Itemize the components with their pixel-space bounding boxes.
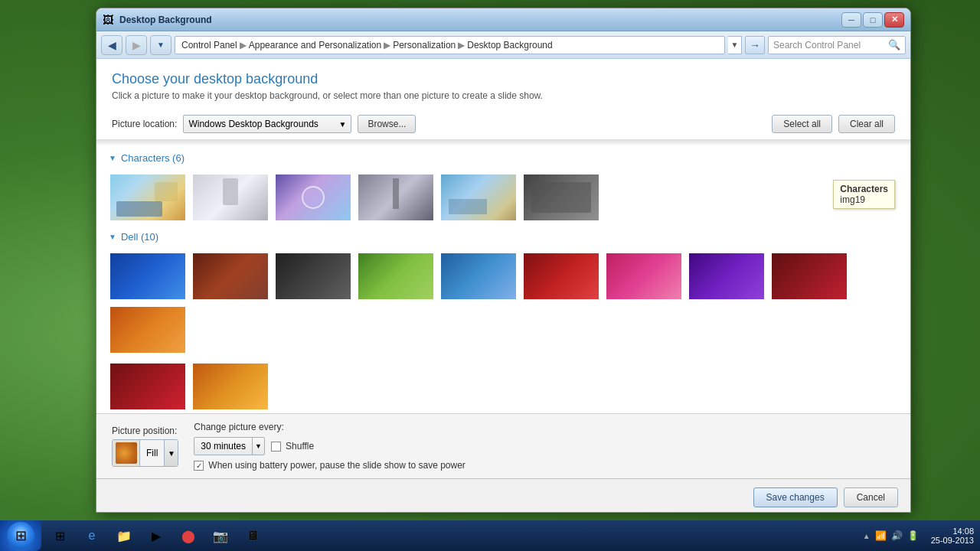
browse-button[interactable]: Browse... bbox=[358, 115, 416, 133]
characters-thumb-1[interactable] bbox=[109, 173, 187, 222]
image-scroll-area[interactable]: ▼ Characters (6) bbox=[96, 140, 910, 413]
dell-thumb-black[interactable] bbox=[274, 252, 352, 301]
taskbar-item-chrome[interactable]: ⬤ bbox=[173, 523, 204, 548]
search-placeholder: Search Control Panel bbox=[773, 40, 861, 51]
characters-img-6 bbox=[524, 174, 599, 220]
crumb-control-panel[interactable]: Control Panel bbox=[181, 40, 237, 51]
page-subtitle: Click a picture to make it your desktop … bbox=[112, 90, 895, 101]
taskbar-clock[interactable]: 14:08 25-09-2013 bbox=[925, 527, 980, 545]
interval-dropdown-arrow[interactable]: ▼ bbox=[252, 438, 264, 455]
crumb-personalization[interactable]: Personalization bbox=[393, 40, 456, 51]
dell-thumb-extra1[interactable] bbox=[109, 362, 187, 411]
cancel-button[interactable]: Cancel bbox=[844, 487, 898, 507]
search-icon[interactable]: 🔍 bbox=[888, 39, 900, 51]
scroll-top-fade bbox=[96, 140, 910, 146]
change-group: Change picture every: 30 minutes ▼ Shuff… bbox=[194, 422, 466, 471]
shuffle-label: Shuffle bbox=[286, 441, 314, 452]
characters-img-4 bbox=[358, 174, 433, 220]
interval-select-wrapper[interactable]: 30 minutes ▼ bbox=[194, 437, 265, 455]
taskbar-item-windows[interactable]: ⊞ bbox=[44, 523, 75, 548]
picture-location-label: Picture location: bbox=[112, 119, 177, 129]
titlebar-buttons: ─ □ ✕ bbox=[841, 12, 904, 28]
tray-arrow[interactable]: ▲ bbox=[863, 532, 871, 540]
dell-thumb-green[interactable] bbox=[357, 252, 435, 301]
characters-img-2 bbox=[193, 174, 268, 220]
position-value: Fill bbox=[140, 448, 164, 458]
category-dell-header: ▼ Dell (10) bbox=[109, 231, 898, 243]
start-orb: ⊞ bbox=[7, 522, 34, 549]
taskbar-item-files[interactable]: 📁 bbox=[109, 523, 139, 548]
position-dropdown-arrow[interactable]: ▼ bbox=[164, 440, 178, 466]
dell-thumb-purple[interactable] bbox=[688, 252, 766, 301]
separator-1: ▶ bbox=[240, 40, 247, 51]
battery-checkbox[interactable] bbox=[194, 461, 204, 471]
characters-img-1 bbox=[110, 174, 185, 220]
dell-thumb-darkred[interactable] bbox=[770, 252, 848, 301]
footer: Save changes Cancel bbox=[96, 478, 910, 513]
recent-pages-button[interactable]: ▼ bbox=[150, 35, 172, 55]
minimize-button[interactable]: ─ bbox=[841, 12, 861, 28]
picture-location-select[interactable]: Windows Desktop Backgrounds ▼ bbox=[183, 115, 351, 133]
select-all-button[interactable]: Select all bbox=[772, 115, 832, 133]
clear-all-button[interactable]: Clear all bbox=[838, 115, 895, 133]
category-dell: ▼ Dell (10) bbox=[96, 231, 910, 413]
window-icon: 🖼 bbox=[103, 14, 115, 26]
go-button[interactable]: → bbox=[745, 36, 765, 54]
tray-sound[interactable]: 🔊 bbox=[891, 530, 903, 541]
category-characters-arrow[interactable]: ▼ bbox=[109, 154, 116, 162]
dell-image-grid bbox=[109, 249, 898, 357]
dell-thumb-extra2[interactable] bbox=[191, 362, 270, 411]
taskbar-item-media[interactable]: ▶ bbox=[141, 523, 172, 548]
change-row: 30 minutes ▼ Shuffle bbox=[194, 437, 466, 455]
save-changes-button[interactable]: Save changes bbox=[753, 487, 838, 507]
back-button[interactable]: ◀ bbox=[101, 35, 122, 55]
tray-network[interactable]: 📶 bbox=[875, 530, 887, 541]
crumb-appearance[interactable]: Appearance and Personalization bbox=[249, 40, 381, 51]
dell-thumb-brown[interactable] bbox=[191, 252, 270, 301]
tray-battery[interactable]: 🔋 bbox=[907, 530, 919, 541]
dell-thumb-blue[interactable] bbox=[109, 252, 187, 301]
characters-thumb-3[interactable] bbox=[274, 173, 352, 222]
category-dell-name: Dell (10) bbox=[121, 231, 158, 243]
crumb-desktop-background[interactable]: Desktop Background bbox=[467, 40, 552, 51]
titlebar-title: Desktop Background bbox=[119, 15, 841, 25]
position-preview bbox=[113, 439, 140, 467]
dell-thumb-red[interactable] bbox=[522, 252, 600, 301]
characters-thumb-5[interactable] bbox=[439, 173, 518, 222]
characters-img-5 bbox=[441, 174, 516, 220]
characters-thumb-6[interactable] bbox=[522, 173, 600, 222]
picture-position-label: Picture position: bbox=[112, 425, 178, 436]
start-button[interactable]: ⊞ bbox=[0, 520, 41, 551]
search-box[interactable]: Search Control Panel 🔍 bbox=[768, 36, 906, 54]
main-content: Choose your desktop background Click a p… bbox=[96, 59, 910, 478]
dell-thumb-lightblue[interactable] bbox=[439, 252, 518, 301]
address-bar: ◀ ▶ ▼ Control Panel ▶ Appearance and Per… bbox=[96, 31, 910, 59]
separator-2: ▶ bbox=[384, 40, 390, 51]
forward-button[interactable]: ▶ bbox=[126, 35, 147, 55]
bottom-controls: Picture position: Fill ▼ Change picture … bbox=[96, 413, 910, 478]
characters-thumb-2[interactable] bbox=[191, 173, 270, 222]
page-header: Choose your desktop background Click a p… bbox=[96, 59, 910, 109]
category-characters-name: Characters (6) bbox=[121, 152, 185, 164]
change-every-label: Change picture every: bbox=[194, 422, 466, 432]
dell-thumb-pink[interactable] bbox=[605, 252, 683, 301]
interval-value: 30 minutes bbox=[194, 441, 252, 452]
characters-image-grid bbox=[109, 170, 898, 225]
taskbar-tray: ▲ 📶 🔊 🔋 bbox=[857, 530, 925, 541]
taskbar-items: ⊞ e 📁 ▶ ⬤ 📷 🖥 bbox=[41, 520, 857, 551]
address-path: Control Panel ▶ Appearance and Personali… bbox=[175, 36, 725, 54]
position-selector[interactable]: Fill ▼ bbox=[112, 439, 178, 467]
dell-thumb-orange[interactable] bbox=[109, 305, 187, 354]
address-dropdown-button[interactable]: ▼ bbox=[728, 36, 742, 54]
close-button[interactable]: ✕ bbox=[884, 12, 904, 28]
taskbar-item-monitor[interactable]: 🖥 bbox=[237, 523, 268, 548]
taskbar-item-camera[interactable]: 📷 bbox=[205, 523, 236, 548]
category-dell-arrow[interactable]: ▼ bbox=[109, 233, 116, 241]
taskbar-item-ie[interactable]: e bbox=[77, 523, 107, 548]
shuffle-checkbox[interactable] bbox=[271, 442, 281, 452]
shuffle-row: Shuffle bbox=[271, 441, 314, 452]
characters-img-3 bbox=[276, 174, 351, 220]
characters-thumb-4[interactable] bbox=[357, 173, 435, 222]
category-characters: ▼ Characters (6) bbox=[96, 146, 910, 231]
maximize-button[interactable]: □ bbox=[863, 12, 883, 28]
